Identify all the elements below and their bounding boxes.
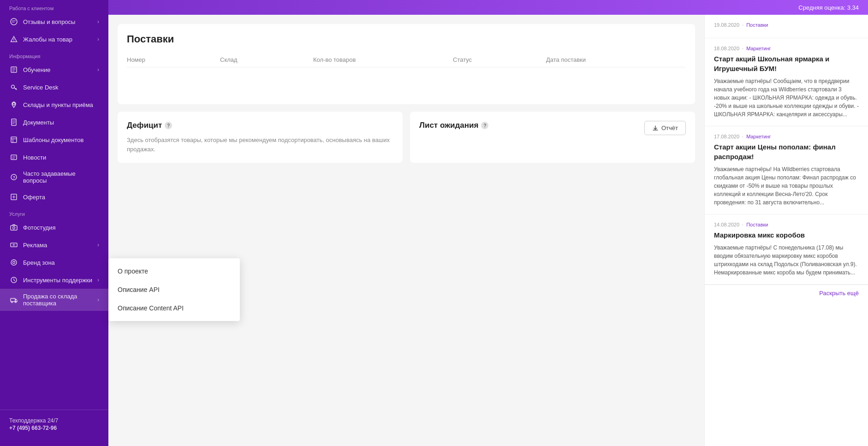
download-icon xyxy=(652,125,659,131)
sidebar-footer: Техподдержка 24/7 +7 (495) 663-72-96 xyxy=(0,410,108,439)
ads-icon xyxy=(9,240,18,250)
deficit-question[interactable]: ? xyxy=(165,122,172,129)
sidebar-item-documents[interactable]: Документы xyxy=(0,113,108,131)
waitlist-question[interactable]: ? xyxy=(481,122,488,129)
doc-icon xyxy=(9,118,18,127)
reveal-more-button[interactable]: Раскрыть ещё xyxy=(705,285,868,301)
svg-rect-12 xyxy=(11,226,17,230)
template-icon xyxy=(9,135,18,144)
sidebar-item-complaints-label: Жалобы на товар xyxy=(23,36,72,43)
news-date: 18.08.2020 xyxy=(714,46,739,51)
arrow-icon: › xyxy=(97,297,99,303)
sidebar-item-brand[interactable]: Бренд зона xyxy=(0,254,108,271)
offer-icon xyxy=(9,192,18,202)
dropdown-menu: О проекте Описание API Описание Content … xyxy=(108,258,240,321)
sidebar-item-ads[interactable]: Реклама › xyxy=(0,236,108,254)
center-column: Поставки Номер Склад Кол-во товаров Стат… xyxy=(108,15,704,446)
waitlist-card: Лист ожидания ? Отчёт xyxy=(410,112,695,163)
sidebar-item-education-label: Обучение xyxy=(23,66,50,73)
sidebar-item-faq[interactable]: ? Часто задаваемые вопросы xyxy=(0,166,108,188)
sidebar-item-warehouses-label: Склады и пункты приёма xyxy=(23,101,93,108)
rating-label: Средняя оценка: 3.34 xyxy=(798,4,859,11)
svg-point-2 xyxy=(13,41,14,42)
news-date-row: 14.08.2020 · Поставки xyxy=(714,222,859,227)
news-title: Старт акций Школьная ярмарка и Игрушечны… xyxy=(714,54,859,73)
sidebar-item-documents-label: Документы xyxy=(23,119,54,126)
arrow-icon: › xyxy=(97,242,99,248)
col-warehouse: Склад xyxy=(220,56,313,63)
arrow-icon: › xyxy=(97,66,99,73)
main-content: Средняя оценка: 3.34 Поставки Номер Скла… xyxy=(108,0,868,446)
svg-rect-8 xyxy=(11,155,17,160)
sidebar-item-complaints[interactable]: Жалобы на товар › xyxy=(0,30,108,48)
col-status: Статус xyxy=(453,56,546,63)
supplies-empty xyxy=(127,67,686,95)
sidebar-item-faq-label: Часто задаваемые вопросы xyxy=(23,170,99,184)
sidebar-item-photostudio[interactable]: Фотостудия xyxy=(0,219,108,236)
sidebar-item-service-desk[interactable]: Service Desk xyxy=(0,78,108,96)
support-phone: +7 (495) 663-72-96 xyxy=(9,425,99,431)
top-banner: Средняя оценка: 3.34 xyxy=(108,0,868,15)
sidebar-item-support-tools[interactable]: Инструменты поддержки › xyxy=(0,271,108,289)
supplies-card: Поставки Номер Склад Кол-во товаров Стат… xyxy=(118,24,695,104)
news-date: 19.08.2020 xyxy=(714,22,739,28)
sidebar-item-templates-label: Шаблоны документов xyxy=(23,137,83,143)
svg-point-0 xyxy=(11,18,17,25)
sidebar-item-education[interactable]: Обучение › xyxy=(0,61,108,78)
camera-icon xyxy=(9,223,18,232)
news-text: Уважаемые партнёры! Сообщаем, что в пред… xyxy=(714,77,859,119)
content-area: Поставки Номер Склад Кол-во товаров Стат… xyxy=(108,15,868,446)
svg-point-13 xyxy=(13,227,15,229)
deficit-card: Дефицит ? Здесь отобразятся товары, кото… xyxy=(118,112,403,163)
truck-icon xyxy=(9,295,18,304)
sidebar-item-templates[interactable]: Шаблоны документов xyxy=(0,131,108,149)
news-category: Поставки xyxy=(746,222,768,227)
svg-point-5 xyxy=(13,103,15,105)
sidebar-item-service-desk-label: Service Desk xyxy=(23,84,59,91)
sidebar-item-reviews[interactable]: Отзывы и вопросы › xyxy=(0,13,108,30)
dropdown-item-about[interactable]: О проекте xyxy=(108,262,240,280)
sidebar: Работа с клиентом Отзывы и вопросы › Жал… xyxy=(0,0,108,446)
arrow-icon: › xyxy=(97,18,99,25)
sidebar-item-warehouse-seller-label: Продажа со складапоставщика xyxy=(23,293,77,307)
right-column: 19.08.2020 · Поставки 18.08.2020 · Марке… xyxy=(704,15,868,446)
sidebar-item-reviews-label: Отзывы и вопросы xyxy=(23,18,75,25)
news-category: Маркетинг xyxy=(746,134,771,139)
col-number: Номер xyxy=(127,56,220,63)
sidebar-item-news[interactable]: Новости xyxy=(0,149,108,166)
news-item: 14.08.2020 · Поставки Маркировка микс ко… xyxy=(705,214,868,285)
dropdown-item-content-api[interactable]: Описание Content API xyxy=(108,299,240,317)
dropdown-item-api[interactable]: Описание API xyxy=(108,280,240,299)
svg-rect-7 xyxy=(11,137,17,143)
supplies-table-header: Номер Склад Кол-во товаров Статус Дата п… xyxy=(127,53,686,67)
deficit-title: Дефицит ? xyxy=(127,121,393,130)
supplies-title: Поставки xyxy=(127,33,686,45)
sidebar-item-news-label: Новости xyxy=(23,154,46,161)
sidebar-item-warehouses[interactable]: Склады и пункты приёма xyxy=(0,96,108,113)
report-button[interactable]: Отчёт xyxy=(644,121,686,135)
waitlist-title: Лист ожидания ? xyxy=(419,121,488,130)
svg-point-16 xyxy=(13,262,15,264)
location-icon xyxy=(9,100,18,109)
news-item: 19.08.2020 · Поставки xyxy=(705,15,868,38)
chat-icon xyxy=(9,17,18,26)
book-icon xyxy=(9,65,18,74)
two-col-section: Дефицит ? Здесь отобразятся товары, кото… xyxy=(118,112,695,170)
sidebar-section-work: Работа с клиентом xyxy=(0,0,108,13)
brand-icon xyxy=(9,258,18,267)
news-date: 17.08.2020 xyxy=(714,134,739,139)
sidebar-section-info: Информация xyxy=(0,48,108,61)
news-date-row: 19.08.2020 · Поставки xyxy=(714,22,859,28)
col-quantity: Кол-во товаров xyxy=(313,56,453,63)
arrow-icon: › xyxy=(97,36,99,42)
sidebar-item-warehouse-seller[interactable]: Продажа со складапоставщика › xyxy=(0,289,108,311)
faq-icon: ? xyxy=(9,172,18,182)
svg-point-15 xyxy=(11,260,17,265)
news-icon xyxy=(9,153,18,162)
sidebar-item-offer[interactable]: Оферта xyxy=(0,188,108,206)
support-label: Техподдержка 24/7 xyxy=(9,417,99,424)
news-category: Маркетинг xyxy=(746,46,771,51)
warning-icon xyxy=(9,35,18,44)
news-title: Старт акции Цены пополам: финал распрода… xyxy=(714,142,859,161)
sidebar-item-brand-label: Бренд зона xyxy=(23,259,55,266)
